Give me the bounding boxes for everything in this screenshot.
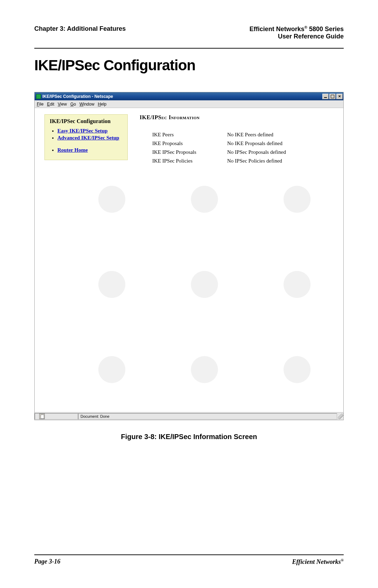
info-row-ipsec-proposals: IKE IPSec Proposals No IPSec Proposals d…: [140, 148, 336, 157]
info-table: IKE Peers No IKE Peers defined IKE Propo…: [140, 130, 336, 165]
status-text: Document: Done: [78, 413, 337, 420]
sidebar-spacer: [50, 142, 122, 146]
menu-file[interactable]: File: [37, 102, 43, 107]
browser-window: IKE/IPSec Configuration - Netscape File …: [34, 92, 344, 420]
page-header: Chapter 3: Additional Features Efficient…: [34, 25, 344, 40]
menu-window[interactable]: Window: [79, 102, 94, 107]
page-number: Page 3-16: [34, 558, 60, 566]
info-label: IKE IPSec Proposals: [140, 148, 227, 157]
maximize-button[interactable]: [329, 94, 336, 99]
info-panel: IKE/IPSec Information IKE Peers No IKE P…: [140, 114, 336, 165]
info-label: IKE IPSec Policies: [140, 157, 227, 165]
info-title: IKE/IPSec Information: [140, 114, 336, 121]
link-advanced-setup[interactable]: Advanced IKE/IPSec Setup: [57, 135, 119, 141]
chapter-label: Chapter 3: Additional Features: [34, 25, 126, 33]
sidebar-panel: IKE/IPSec Configuration Easy IKE/IPSec S…: [44, 114, 128, 160]
footer-brand: Efficient Networks®: [292, 558, 344, 566]
link-easy-setup[interactable]: Easy IKE/IPSec Setup: [57, 128, 107, 134]
header-rule: [34, 48, 344, 49]
sidebar-link-list-2: Router Home: [50, 147, 122, 153]
menu-help[interactable]: Help: [98, 102, 107, 107]
resize-grip-icon[interactable]: [338, 414, 343, 419]
info-value: No IPSec Proposals defined: [227, 148, 336, 157]
document-page: Chapter 3: Additional Features Efficient…: [0, 0, 378, 588]
footer-rule: [34, 554, 344, 555]
figure-caption: Figure 3-8: IKE/IPSec Information Screen: [34, 433, 344, 441]
page-footer: Page 3-16 Efficient Networks®: [34, 554, 344, 566]
netscape-icon: [36, 94, 41, 99]
sidebar-item-advanced-setup: Advanced IKE/IPSec Setup: [57, 135, 122, 141]
menu-edit[interactable]: Edit: [47, 102, 54, 107]
minimize-button[interactable]: [322, 94, 329, 99]
sidebar-item-router-home: Router Home: [57, 147, 122, 153]
status-cell-left: [35, 413, 78, 420]
window-titlebar[interactable]: IKE/IPSec Configuration - Netscape: [35, 92, 343, 100]
info-row-proposals: IKE Proposals No IKE Proposals defined: [140, 139, 336, 148]
info-row-peers: IKE Peers No IKE Peers defined: [140, 130, 336, 139]
window-title: IKE/IPSec Configuration - Netscape: [42, 94, 322, 99]
status-bar: Document: Done: [35, 412, 343, 420]
document-icon: [39, 414, 45, 419]
close-button[interactable]: [336, 94, 343, 99]
info-label: IKE Proposals: [140, 139, 227, 148]
sidebar-item-easy-setup: Easy IKE/IPSec Setup: [57, 128, 122, 134]
menu-go[interactable]: Go: [70, 102, 76, 107]
link-router-home[interactable]: Router Home: [57, 147, 88, 153]
info-label: IKE Peers: [140, 130, 227, 139]
footer-row: Page 3-16 Efficient Networks®: [34, 558, 344, 566]
info-value: No IKE Proposals defined: [227, 139, 336, 148]
product-line-1: Efficient Networks® 5800 Series: [250, 25, 344, 33]
info-value: No IPSec Policies defined: [227, 157, 336, 165]
menu-bar: File Edit View Go Window Help: [35, 100, 343, 108]
info-row-ipsec-policies: IKE IPSec Policies No IPSec Policies def…: [140, 157, 336, 165]
browser-content: IKE/IPSec Configuration Easy IKE/IPSec S…: [35, 108, 343, 412]
product-line-2: User Reference Guide: [250, 33, 344, 40]
product-header: Efficient Networks® 5800 Series User Ref…: [250, 25, 344, 40]
section-title: IKE/IPSec Configuration: [34, 57, 344, 74]
sidebar-link-list: Easy IKE/IPSec Setup Advanced IKE/IPSec …: [50, 128, 122, 141]
sidebar-title: IKE/IPSec Configuration: [50, 118, 122, 124]
menu-view[interactable]: View: [58, 102, 67, 107]
info-value: No IKE Peers defined: [227, 130, 336, 139]
